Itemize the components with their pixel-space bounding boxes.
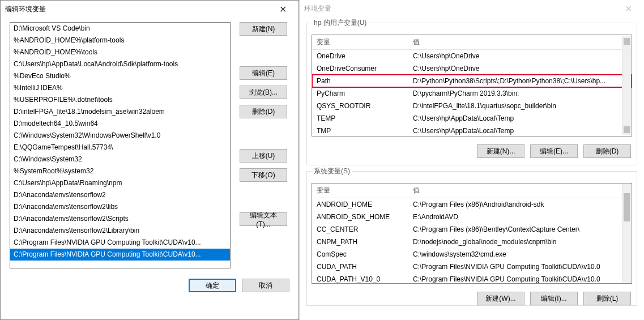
user-edit-button[interactable]: 编辑(E)... [530,144,578,158]
scrollbar[interactable] [622,36,631,135]
list-item[interactable]: %IntelliJ IDEA% [10,82,230,94]
table-row[interactable]: PyCharmD:\pycharm\PyCharm 2019.3.3\bin; [312,87,632,100]
var-value: D:\pycharm\PyCharm 2019.3.3\bin; [408,87,632,100]
system-new-button[interactable]: 新建(W)... [477,292,524,305]
new-button[interactable]: 新建(N) [240,22,287,36]
edit-text-button[interactable]: 编辑文本(T)... [240,212,287,226]
table-row[interactable]: CC_CENTERC:\Program Files (x86)\Bentley\… [312,223,632,236]
move-up-button[interactable]: 上移(U) [240,149,287,163]
list-item[interactable]: E:\QQGameTempest\Hall.57734\ [10,142,230,153]
move-down-button[interactable]: 下移(O) [240,168,287,182]
var-name: CUDA_PATH_V10_0 [312,273,408,284]
var-name: ANDROID_SDK_HOME [312,211,408,223]
var-value: C:\Users\hp\AppData\Local\Temp [408,125,632,136]
list-item[interactable]: D:\Microsoft VS Code\bin [10,23,230,35]
var-name: TMP [312,125,408,136]
list-item[interactable]: C:\Windows\System32 [10,153,230,165]
user-vars-label: hp 的用户变量(U) [312,18,369,28]
var-name: Path [312,75,408,87]
var-value: E:\AndroidAVD [408,211,632,223]
browse-button[interactable]: 浏览(B)... [240,86,287,99]
var-name: TEMP [312,112,408,125]
close-icon: ✕ [279,4,287,15]
var-value: C:\Users\hp\AppData\Local\Temp [408,112,632,125]
table-row[interactable]: ANDROID_SDK_HOMEE:\AndroidAVD [312,211,632,223]
list-item[interactable]: %SystemRoot%\system32 [10,165,230,177]
list-item[interactable]: %ANDROID_HOME%\tools [10,46,230,58]
table-row[interactable]: QSYS_ROOTDIRD:\intelFPGA_lite\18.1\quart… [312,100,632,112]
table-row[interactable]: CUDA_PATH_V10_0C:\Program Files\NVIDIA G… [312,273,632,284]
list-item[interactable]: %USERPROFILE%\.dotnet\tools [10,94,230,106]
footer-buttons: 确定 取消 [1,274,298,299]
titlebar: 环境变量 ✕ [300,0,644,17]
table-row[interactable]: CNPM_PATHD:\nodejs\node_global\node_modu… [312,236,632,248]
titlebar: 编辑环境变量 ✕ [1,1,298,18]
cancel-button[interactable]: 取消 [242,279,289,292]
column-value[interactable]: 值 [408,35,632,49]
list-item[interactable]: C:\Windows\System32\WindowsPowerShell\v1… [10,130,230,142]
ok-button[interactable]: 确定 [189,279,236,292]
system-vars-label: 系统变量(S) [312,167,352,176]
close-icon: ✕ [625,3,632,14]
var-value: D:\Python\Python38\Scripts\;D:\Python\Py… [408,75,632,87]
var-value: C:\Program Files\NVIDIA GPU Computing To… [408,273,632,284]
var-value: D:\nodejs\node_global\node_modules\cnpm\… [408,236,632,248]
path-listbox[interactable]: D:\Microsoft VS Code\bin%ANDROID_HOME%\p… [10,22,231,268]
list-item[interactable]: C:\Program Files\NVIDIA GPU Computing To… [10,237,230,249]
user-delete-button[interactable]: 删除(D) [583,144,631,158]
list-item[interactable]: D:\Anaconda\envs\tensorflow2\Scripts [10,213,230,225]
user-vars-table[interactable]: 变量 值 OneDriveC:\Users\hp\OneDriveOneDriv… [312,35,632,136]
column-value[interactable]: 值 [408,184,632,198]
list-item[interactable]: D:\Anaconda\envs\tensorflow2\libs [10,201,230,213]
list-item[interactable]: C:\Program Files\NVIDIA GPU Computing To… [10,249,230,261]
system-vars-table[interactable]: 变量 值 ANDROID_HOMEC:\Program Files (x86)\… [312,183,632,284]
content-area: D:\Microsoft VS Code\bin%ANDROID_HOME%\p… [1,18,298,274]
list-item[interactable]: %DevEco Studio% [10,70,230,82]
var-value: C:\Users\hp\OneDrive [408,62,632,75]
scroll-thumb[interactable] [624,193,630,221]
table-body: OneDriveC:\Users\hp\OneDriveOneDriveCons… [312,50,632,136]
list-item[interactable]: C:\Users\hp\AppData\Roaming\npm [10,177,230,189]
table-row[interactable]: TMPC:\Users\hp\AppData\Local\Temp [312,125,632,136]
edit-env-var-dialog: 编辑环境变量 ✕ D:\Microsoft VS Code\bin%ANDROI… [0,0,299,320]
var-value: C:\Program Files (x86)\Android\android-s… [408,198,632,211]
delete-button[interactable]: 删除(D) [240,105,287,118]
system-delete-button[interactable]: 删除(L) [583,292,631,305]
var-value: C:\Users\hp\OneDrive [408,50,632,62]
list-item[interactable]: %ANDROID_HOME%\platform-tools [10,35,230,46]
user-vars-group: hp 的用户变量(U) 变量 值 OneDriveC:\Users\hp\One… [306,23,637,165]
close-button[interactable]: ✕ [617,1,639,16]
table-header: 变量 值 [312,35,632,50]
table-body: ANDROID_HOMEC:\Program Files (x86)\Andro… [312,198,632,284]
table-header: 变量 值 [312,184,632,198]
list-item[interactable]: D:\modeltech64_10.5\win64 [10,118,230,130]
column-name[interactable]: 变量 [312,184,408,198]
system-edit-button[interactable]: 编辑(I)... [530,292,578,305]
scroll-up-icon[interactable] [624,38,630,45]
edit-button[interactable]: 编辑(E) [240,66,287,80]
var-value: D:\intelFPGA_lite\18.1\quartus\sopc_buil… [408,100,632,112]
table-row[interactable]: ANDROID_HOMEC:\Program Files (x86)\Andro… [312,198,632,211]
system-vars-group: 系统变量(S) 变量 值 ANDROID_HOMEC:\Program File… [306,171,637,306]
table-row[interactable]: TEMPC:\Users\hp\AppData\Local\Temp [312,112,632,125]
user-new-button[interactable]: 新建(N)... [477,144,524,158]
env-vars-dialog: 环境变量 ✕ hp 的用户变量(U) 变量 值 OneDriveC:\Users… [299,0,644,320]
var-name: QSYS_ROOTDIR [312,100,408,112]
table-row[interactable]: ComSpecC:\windows\system32\cmd.exe [312,248,632,261]
dialog-title: 编辑环境变量 [5,5,271,14]
table-row[interactable]: CUDA_PATHC:\Program Files\NVIDIA GPU Com… [312,261,632,273]
list-item[interactable]: D:\Anaconda\envs\tensorflow2 [10,189,230,201]
table-row[interactable]: PathD:\Python\Python38\Scripts\;D:\Pytho… [312,75,632,87]
scroll-down-icon[interactable] [624,126,630,133]
table-row[interactable]: OneDriveC:\Users\hp\OneDrive [312,50,632,62]
list-item[interactable]: C:\Users\hp\AppData\Local\Android\Sdk\pl… [10,58,230,70]
var-name: ANDROID_HOME [312,198,408,211]
var-name: PyCharm [312,87,408,100]
close-button[interactable]: ✕ [271,1,294,17]
user-vars-buttons: 新建(N)... 编辑(E)... 删除(D) [307,140,637,165]
column-name[interactable]: 变量 [312,35,408,49]
list-item[interactable]: D:\intelFPGA_lite\18.1\modelsim_ase\win3… [10,106,230,118]
scrollbar[interactable] [622,184,631,283]
list-item[interactable]: D:\Anaconda\envs\tensorflow2\Library\bin [10,225,230,237]
table-row[interactable]: OneDriveConsumerC:\Users\hp\OneDrive [312,62,632,75]
